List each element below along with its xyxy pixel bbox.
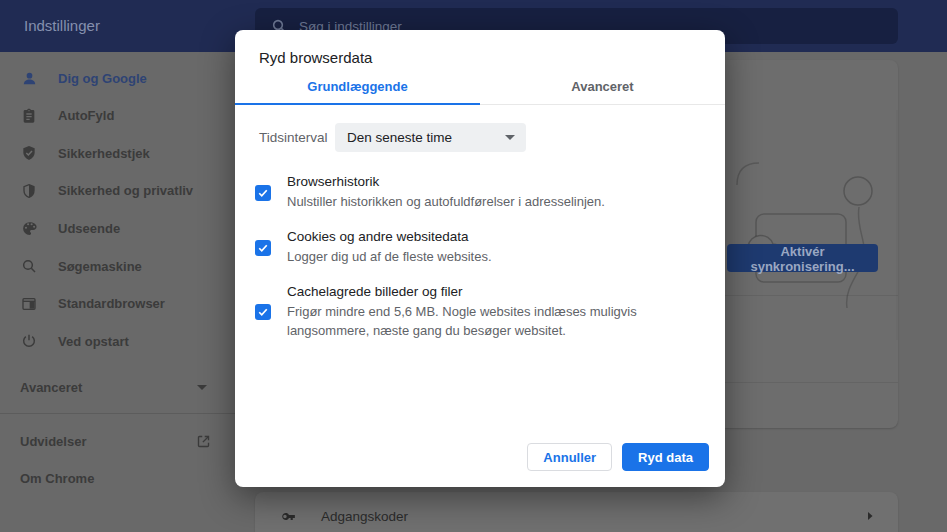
dialog-title: Ryd browserdata	[235, 30, 725, 75]
option-title: Cookies og andre websitedata	[287, 229, 492, 244]
option-description: Nulstiller historikken og autofuldførels…	[287, 192, 605, 211]
active-tab-indicator	[235, 103, 480, 105]
option-title: Cachelagrede billeder og filer	[287, 284, 701, 299]
option-row-cookies: Cookies og andre websitedata Logger dig …	[235, 229, 725, 266]
time-range-row: Tidsinterval Den seneste time	[259, 123, 701, 152]
clear-data-options: Browserhistorik Nulstiller historikken o…	[235, 174, 725, 340]
dialog-tabs: Grundlæggende Avanceret	[235, 75, 725, 105]
checkbox-cached-files[interactable]	[255, 304, 271, 320]
time-range-value: Den seneste time	[347, 130, 452, 145]
option-row-cached-files: Cachelagrede billeder og filer Frigør mi…	[235, 284, 725, 340]
dialog-actions: Annuller Ryd data	[527, 443, 709, 471]
chrome-settings-page: Indstillinger Dig og Google AutoFyld S	[0, 0, 947, 532]
clear-data-button[interactable]: Ryd data	[622, 443, 709, 471]
checkbox-browsing-history[interactable]	[255, 185, 271, 201]
checkbox-cookies[interactable]	[255, 240, 271, 256]
option-row-browsing-history: Browserhistorik Nulstiller historikken o…	[235, 174, 725, 211]
cancel-button[interactable]: Annuller	[527, 443, 612, 471]
tab-basic[interactable]: Grundlæggende	[235, 75, 480, 104]
option-description: Frigør mindre end 5,6 MB. Nogle websites…	[287, 302, 701, 340]
option-title: Browserhistorik	[287, 174, 605, 189]
time-range-label: Tidsinterval	[259, 130, 327, 145]
option-description: Logger dig ud af de fleste websites.	[287, 247, 492, 266]
time-range-select[interactable]: Den seneste time	[335, 123, 526, 152]
clear-browsing-data-dialog: Ryd browserdata Grundlæggende Avanceret …	[235, 30, 725, 487]
tab-advanced[interactable]: Avanceret	[480, 75, 725, 104]
select-caret-icon	[505, 135, 515, 140]
